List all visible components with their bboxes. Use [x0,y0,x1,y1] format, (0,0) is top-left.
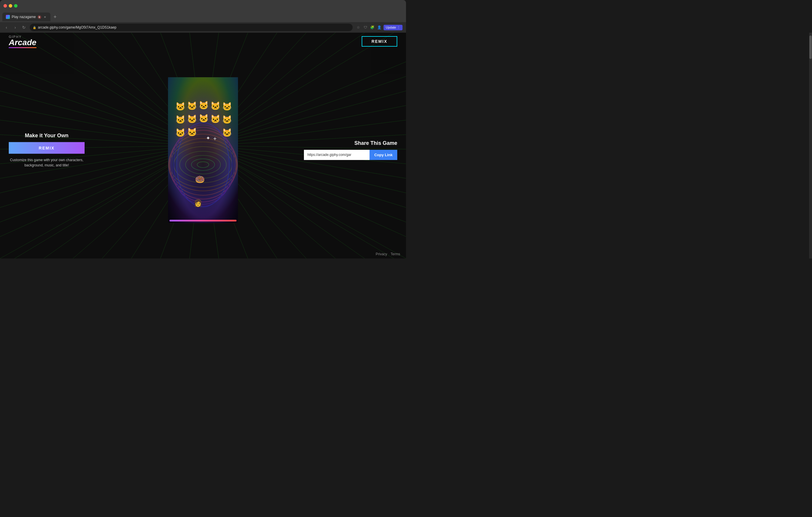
page-content: GIPHY Arcade REMIX Make it Your Own REMI… [0,33,406,258]
minimize-traffic-light[interactable] [9,4,12,7]
reload-button[interactable]: ↻ [21,25,27,30]
page-footer: Privacy Terms [376,252,400,256]
game-canvas[interactable]: 🐱 🐱 🐱 🐱 🐱 🐱 🐱 🐱 🐱 🐱 🐱 🐱 ✦ [168,77,238,223]
svg-text:🐱: 🐱 [175,102,185,111]
right-panel: Share This Game Copy Link [304,140,397,160]
svg-rect-72 [168,77,238,223]
update-button[interactable]: Update ⋮ [383,25,403,30]
url-input[interactable] [30,24,353,31]
svg-text:🐱: 🐱 [210,101,221,111]
svg-text:🐱: 🐱 [187,127,197,137]
svg-text:+: + [213,135,217,142]
svg-text:🐱: 🐱 [187,101,197,111]
share-input-row: Copy Link [304,150,397,160]
address-bar: ‹ › ↻ 🔒 ☆ 🛡 🧩 👤 Update ⋮ [0,22,406,33]
svg-text:✦: ✦ [206,135,210,141]
terms-link[interactable]: Terms [390,252,400,256]
svg-text:🐱: 🐱 [199,114,209,123]
tab-close-icon[interactable]: ✕ [43,15,47,19]
logo: GIPHY Arcade [9,35,36,48]
svg-text:🐱: 🐱 [175,115,185,124]
new-tab-button[interactable]: + [52,13,59,21]
svg-text:🍩: 🍩 [195,175,205,184]
tab-audio-icon: 🔇 [38,16,41,19]
browser-actions: ☆ 🛡 🧩 👤 Update ⋮ [355,25,403,30]
tab-title: Play nazagame [12,15,36,19]
remix-header-button[interactable]: REMIX [362,36,397,47]
star-icon[interactable]: ☆ [355,25,361,30]
svg-text:🐱: 🐱 [199,100,209,110]
svg-text:👩: 👩 [194,199,202,207]
logo-underline [9,47,36,48]
tab-bar: Play nazagame 🔇 ✕ + [0,12,406,22]
traffic-lights [3,4,18,7]
address-wrapper: 🔒 [30,24,353,31]
svg-text:🐱: 🐱 [210,114,221,124]
main-layout: Make it Your Own REMIX Customize this ga… [0,50,406,250]
privacy-link[interactable]: Privacy [376,252,387,256]
share-url-input[interactable] [304,150,370,160]
svg-text:🐱: 🐱 [222,115,232,124]
remix-main-button[interactable]: REMIX [9,142,85,154]
share-title: Share This Game [304,140,397,146]
svg-text:🐱: 🐱 [222,128,232,138]
game-progress-bar [170,220,236,221]
svg-text:🐱: 🐱 [222,102,232,111]
forward-button[interactable]: › [12,25,18,30]
copy-link-button[interactable]: Copy Link [370,150,397,160]
active-tab[interactable]: Play nazagame 🔇 ✕ [2,12,51,21]
profile-icon[interactable]: 👤 [377,25,382,30]
close-traffic-light[interactable] [3,4,7,7]
logo-arcade-text: Arcade [9,38,36,47]
tab-favicon [6,15,10,19]
maximize-traffic-light[interactable] [14,4,18,7]
lock-icon: 🔒 [33,26,36,29]
left-panel: Make it Your Own REMIX Customize this ga… [9,132,85,168]
remix-description: Customize this game with your own charac… [9,157,85,168]
make-it-own-title: Make it Your Own [25,132,68,139]
svg-text:🐱: 🐱 [175,128,185,138]
title-bar [0,0,406,12]
site-header: GIPHY Arcade REMIX [0,33,406,50]
back-button[interactable]: ‹ [3,25,9,30]
shield-icon[interactable]: 🛡 [362,25,368,30]
svg-text:🐱: 🐱 [187,114,197,124]
extension-icon[interactable]: 🧩 [370,25,375,30]
browser-window: Play nazagame 🔇 ✕ + ‹ › ↻ 🔒 ☆ 🛡 🧩 👤 Upda… [0,0,406,258]
